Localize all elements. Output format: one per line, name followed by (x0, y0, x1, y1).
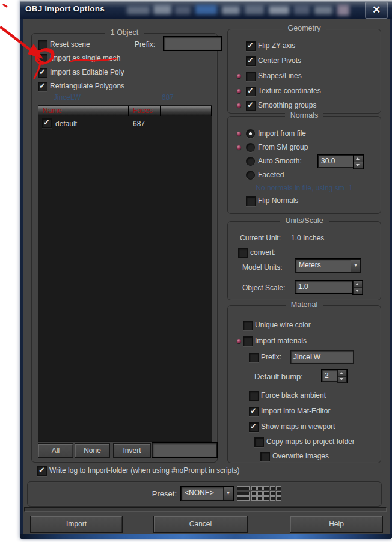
object-prefix-input[interactable] (164, 37, 221, 50)
model-units-value: Meters (299, 261, 321, 269)
spinner-up-icon[interactable] (354, 156, 363, 162)
model-units-dropdown[interactable]: Meters ▾ (295, 259, 361, 273)
column-divider (129, 116, 129, 441)
checkbox-icon: ✓ (37, 466, 47, 476)
check-icon: ✓ (247, 100, 254, 109)
check-icon: ✓ (250, 422, 257, 431)
preset-editor-widget[interactable] (237, 485, 281, 502)
spinner-down-icon[interactable] (354, 162, 363, 168)
radio-dot-icon (249, 132, 252, 135)
column-divider (161, 116, 161, 441)
check-icon: ✓ (247, 56, 254, 65)
background-blur-blob (175, 6, 191, 14)
object-table: Name Faces ✓ default 687 (38, 105, 212, 442)
auto-smooth-input[interactable]: 30.0 (318, 155, 357, 168)
spinner-down-icon[interactable] (354, 287, 362, 294)
normals-status-text: No normals in file, using sm=1 (246, 184, 363, 192)
spinner-down-icon[interactable] (338, 376, 346, 383)
row-name: default (55, 120, 77, 128)
checkbox-icon: ✓ (249, 407, 259, 416)
geometry-group: Geometry ✓ Flip ZY-axis ✓ Center Pivots … (227, 29, 381, 114)
invert-button[interactable]: Invert (113, 443, 151, 458)
table-header-extra (161, 106, 212, 116)
default-bump-label: Default bump: (254, 372, 303, 381)
check-icon: ✓ (43, 118, 50, 127)
object-group: 1 Object Reset scene Prefix: Import as s… (31, 33, 218, 463)
spinner-up-icon[interactable] (338, 370, 346, 376)
check-icon: ✓ (38, 466, 45, 475)
object-scale-label: Object Scale: (242, 284, 285, 292)
checkbox-icon (238, 248, 248, 258)
obj-import-dialog: OBJ Import Options ✕ 1 Object Reset scen… (20, 0, 392, 539)
progress-bar (24, 507, 387, 512)
background-blur-blob (314, 6, 332, 14)
help-button[interactable]: Help (290, 516, 383, 533)
checkbox-icon (260, 452, 270, 461)
import-button[interactable]: Import (30, 516, 123, 533)
checkbox-icon (38, 40, 47, 50)
none-button[interactable]: None (75, 443, 110, 458)
dropdown-arrow-icon[interactable]: ▾ (223, 487, 233, 500)
preset-dropdown[interactable]: <NONE> ▾ (181, 487, 233, 501)
checkbox-icon: ✓ (246, 56, 256, 66)
background-blur-blob (245, 5, 264, 14)
checkbox-icon (249, 391, 259, 401)
background-blur-blob (269, 6, 289, 14)
table-row[interactable]: ✓ default 687 (38, 116, 212, 130)
spinner-up-icon[interactable] (354, 281, 362, 287)
checkbox-icon: ✓ (249, 422, 259, 432)
selection-filter-input[interactable] (152, 443, 217, 457)
object-scale-input[interactable]: 1.0 (295, 281, 354, 293)
checkbox-icon: ✓ (38, 82, 47, 91)
background-blur-blob (127, 6, 150, 14)
radio-icon (246, 129, 255, 138)
animatable-dot-icon (237, 339, 241, 343)
background-blur-blob (294, 5, 310, 14)
checkbox-icon (254, 437, 264, 447)
dropdown-arrow-icon[interactable]: ▾ (351, 260, 360, 272)
titlebar[interactable]: OBJ Import Options ✕ (20, 0, 392, 19)
table-header-faces: Faces (129, 106, 161, 116)
preset-label: Preset: (120, 489, 177, 498)
current-unit-value: 1.0 Inches (291, 234, 324, 242)
check-icon: ✓ (250, 406, 257, 415)
units-scale-group: Units/Scale Current Unit: 1.0 Inches con… (227, 221, 381, 300)
units-scale-group-title: Units/Scale (228, 216, 381, 225)
background-blur-blob (195, 5, 217, 14)
check-icon: ✓ (39, 67, 46, 76)
animatable-dot-icon (237, 132, 241, 136)
animatable-dot-icon (237, 103, 241, 108)
list-lines-icon[interactable] (237, 485, 250, 502)
checkbox-icon (249, 353, 259, 362)
checkbox-icon (38, 54, 47, 64)
checkbox-icon (246, 196, 256, 206)
preset-bar: Preset: <NONE> ▾ (27, 481, 382, 507)
row-checkbox[interactable]: ✓ (42, 118, 52, 128)
all-button[interactable]: All (38, 443, 73, 458)
object-scale-spinner[interactable] (353, 281, 363, 294)
window-title: OBJ Import Options (25, 4, 105, 13)
animatable-dot-icon (237, 145, 241, 150)
object-name-hint: JinceLW (54, 93, 81, 102)
close-icon[interactable]: ✕ (365, 2, 388, 19)
checkbox-icon (246, 72, 256, 81)
check-icon: ✓ (247, 86, 254, 95)
check-icon: ✓ (247, 41, 254, 50)
radio-icon (246, 143, 255, 152)
checkbox-icon: ✓ (38, 68, 47, 78)
prefix-label: Prefix: (119, 40, 155, 49)
checkbox-icon (243, 336, 253, 346)
material-prefix-input[interactable]: JinceLW (290, 350, 354, 364)
default-bump-spinner[interactable] (337, 370, 347, 383)
radio-icon (246, 171, 255, 180)
cancel-button[interactable]: Cancel (153, 516, 248, 533)
screenshot-page: OBJ Import Options ✕ 1 Object Reset scen… (0, 0, 392, 542)
background-blur-blob (222, 6, 240, 14)
radio-icon (246, 157, 255, 166)
grid-cells-icon[interactable] (251, 485, 281, 502)
auto-smooth-spinner[interactable] (354, 155, 363, 169)
geometry-group-title: Geometry (228, 24, 381, 32)
background-blur-blob (153, 5, 171, 14)
window-bottom-glow (20, 534, 392, 539)
background-blur-blob (337, 5, 349, 16)
